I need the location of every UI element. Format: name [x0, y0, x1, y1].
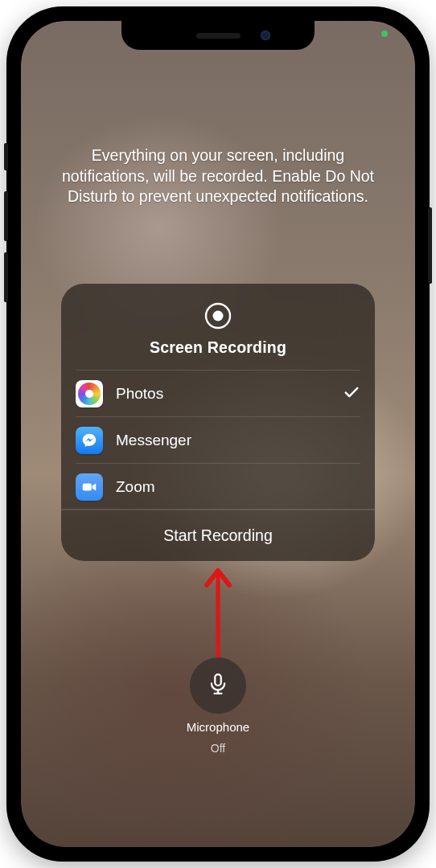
volume-up-button [4, 191, 8, 241]
app-row-zoom[interactable]: Zoom [76, 463, 360, 510]
front-camera [261, 31, 270, 40]
app-label: Photos [116, 385, 343, 403]
record-icon [204, 301, 232, 330]
svg-rect-3 [215, 674, 221, 686]
messenger-app-icon [76, 427, 103, 454]
iphone-device-frame: Everything on your screen, including not… [6, 6, 430, 862]
app-destination-list[interactable]: Photos Messenger [61, 370, 375, 510]
app-row-photos[interactable]: Photos [76, 370, 360, 416]
panel-title: Screen Recording [150, 338, 286, 357]
microphone-state: Off [211, 742, 225, 756]
app-row-messenger[interactable]: Messenger [76, 416, 360, 463]
recording-warning-text: Everything on your screen, including not… [56, 145, 380, 207]
microphone-label: Microphone [187, 720, 249, 735]
app-label: Messenger [116, 432, 360, 449]
side-button [428, 207, 432, 284]
panel-header: Screen Recording [61, 284, 375, 370]
microphone-toggle-button[interactable] [190, 657, 246, 714]
screen-bezel: Everything on your screen, including not… [21, 21, 415, 847]
notch [121, 21, 315, 50]
checkmark-icon [343, 383, 360, 404]
photos-app-icon [76, 380, 103, 407]
earpiece-speaker [196, 33, 241, 39]
volume-down-button [4, 252, 8, 302]
screen-recording-panel: Screen Recording Photos [61, 284, 375, 561]
zoom-app-icon [76, 473, 103, 501]
start-recording-button[interactable]: Start Recording [61, 510, 375, 561]
start-recording-label: Start Recording [163, 526, 272, 545]
svg-point-1 [213, 311, 224, 321]
mute-switch [4, 143, 8, 170]
microphone-icon [206, 672, 230, 699]
privacy-indicator-dot [381, 31, 388, 37]
microphone-section: Microphone Off [187, 657, 249, 755]
annotation-arrow [202, 567, 234, 667]
svg-rect-2 [83, 483, 92, 490]
app-label: Zoom [116, 478, 360, 496]
screen: Everything on your screen, including not… [21, 21, 415, 847]
